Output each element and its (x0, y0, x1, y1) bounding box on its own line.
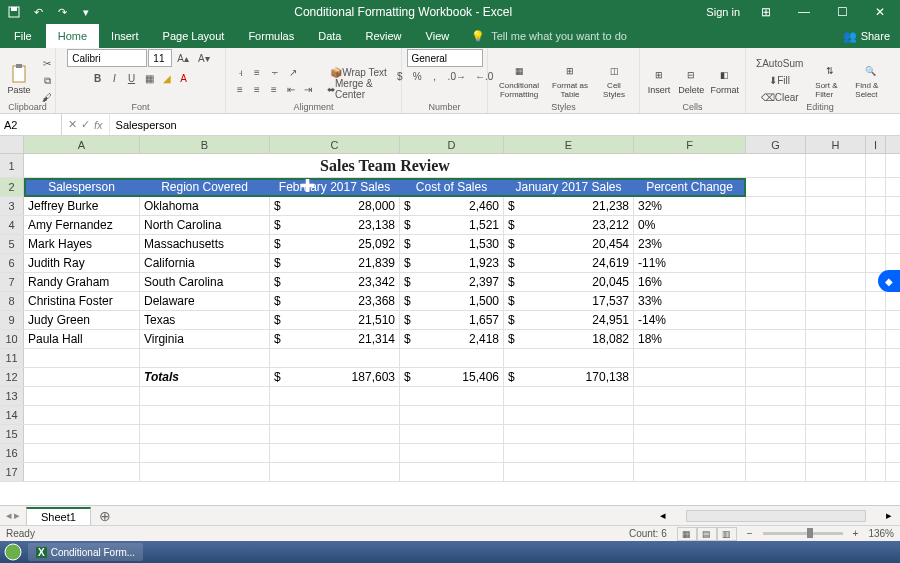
data-cell[interactable]: $21,238 (504, 197, 634, 215)
row-header[interactable]: 15 (0, 425, 24, 443)
data-cell[interactable]: Paula Hall (24, 330, 140, 348)
row-header[interactable]: 9 (0, 311, 24, 329)
start-button[interactable] (0, 541, 26, 563)
sort-filter-button[interactable]: ⇅Sort & Filter (811, 60, 849, 101)
header-cell[interactable]: January 2017 Sales (504, 178, 634, 196)
conditional-formatting-button[interactable]: ▦Conditional Formatting (492, 60, 546, 101)
share-button[interactable]: 👥 Share (833, 24, 900, 48)
tab-review[interactable]: Review (353, 24, 413, 48)
data-cell[interactable]: Delaware (140, 292, 270, 310)
align-center-button[interactable]: ≡ (249, 81, 265, 97)
data-cell[interactable]: Texas (140, 311, 270, 329)
autosum-button[interactable]: Σ AutoSum (752, 56, 807, 72)
align-right-button[interactable]: ≡ (266, 81, 282, 97)
data-cell[interactable]: $25,092 (270, 235, 400, 253)
tab-view[interactable]: View (414, 24, 462, 48)
data-cell[interactable]: $1,521 (400, 216, 504, 234)
increase-decimal-button[interactable]: .0→ (444, 68, 470, 84)
underline-button[interactable]: U (124, 70, 140, 86)
data-cell[interactable]: $23,138 (270, 216, 400, 234)
row-header[interactable]: 7 (0, 273, 24, 291)
row-header[interactable]: 8 (0, 292, 24, 310)
cell-title[interactable]: Sales Team Review (24, 154, 746, 177)
horizontal-scrollbar[interactable] (686, 510, 866, 522)
format-cells-button[interactable]: ◧Format (708, 64, 741, 97)
comma-format-button[interactable]: , (427, 68, 443, 84)
header-cell[interactable]: Region Covered (140, 178, 270, 196)
row-header[interactable]: 17 (0, 463, 24, 481)
data-cell[interactable]: $17,537 (504, 292, 634, 310)
zoom-level[interactable]: 136% (868, 528, 894, 539)
row-header[interactable]: 6 (0, 254, 24, 272)
data-cell[interactable]: $21,314 (270, 330, 400, 348)
data-cell[interactable]: $23,342 (270, 273, 400, 291)
font-color-button[interactable]: A (176, 70, 192, 86)
decrease-indent-button[interactable]: ⇤ (283, 81, 299, 97)
align-left-button[interactable]: ≡ (232, 81, 248, 97)
delete-cells-button[interactable]: ⊟Delete (676, 64, 706, 97)
data-cell[interactable]: $2,397 (400, 273, 504, 291)
data-cell[interactable]: 23% (634, 235, 746, 253)
data-cell[interactable]: $1,923 (400, 254, 504, 272)
tab-insert[interactable]: Insert (99, 24, 151, 48)
align-top-button[interactable]: ⫞ (232, 64, 248, 80)
sheet-nav-prev[interactable]: ◂ (6, 509, 12, 522)
row-header[interactable]: 16 (0, 444, 24, 462)
fx-icon[interactable]: fx (94, 119, 103, 131)
maximize-icon[interactable]: ☐ (830, 2, 854, 22)
data-cell[interactable]: $20,454 (504, 235, 634, 253)
data-cell[interactable]: $21,839 (270, 254, 400, 272)
align-middle-button[interactable]: ≡ (249, 64, 265, 80)
select-all-corner[interactable] (0, 136, 24, 153)
decrease-font-button[interactable]: A▾ (194, 50, 214, 66)
data-cell[interactable]: Randy Graham (24, 273, 140, 291)
data-cell[interactable]: 18% (634, 330, 746, 348)
worksheet-grid[interactable]: 1 Sales Team Review 2 Salesperson Region… (0, 154, 900, 482)
data-cell[interactable]: $20,045 (504, 273, 634, 291)
data-cell[interactable]: $21,510 (270, 311, 400, 329)
page-layout-view-button[interactable]: ▤ (697, 527, 717, 541)
redo-icon[interactable]: ↷ (54, 4, 70, 20)
save-icon[interactable] (6, 4, 22, 20)
data-cell[interactable]: -11% (634, 254, 746, 272)
data-cell[interactable]: Judy Green (24, 311, 140, 329)
fill-button[interactable]: ⬇ Fill (752, 73, 807, 89)
row-header[interactable]: 12 (0, 368, 24, 386)
header-cell[interactable]: Cost of Sales (400, 178, 504, 196)
align-bottom-button[interactable]: ⫟ (266, 64, 284, 80)
data-cell[interactable]: $1,657 (400, 311, 504, 329)
paste-button[interactable]: Paste (4, 64, 34, 97)
zoom-out-button[interactable]: − (747, 528, 753, 539)
page-break-view-button[interactable]: ▥ (717, 527, 737, 541)
number-format-select[interactable] (407, 49, 483, 67)
data-cell[interactable]: Massachusetts (140, 235, 270, 253)
tell-me-search[interactable]: 💡 Tell me what you want to do (461, 24, 637, 48)
data-cell[interactable]: $1,500 (400, 292, 504, 310)
data-cell[interactable]: Jeffrey Burke (24, 197, 140, 215)
close-icon[interactable]: ✕ (868, 2, 892, 22)
tab-file[interactable]: File (0, 24, 46, 48)
data-cell[interactable]: $23,368 (270, 292, 400, 310)
merge-center-button[interactable]: ⬌ Merge & Center (322, 81, 395, 97)
cut-button[interactable]: ✂ (38, 56, 56, 72)
sheet-nav-next[interactable]: ▸ (14, 509, 20, 522)
row-header[interactable]: 4 (0, 216, 24, 234)
data-cell[interactable]: $24,619 (504, 254, 634, 272)
row-header[interactable]: 10 (0, 330, 24, 348)
data-cell[interactable]: Christina Foster (24, 292, 140, 310)
tab-data[interactable]: Data (306, 24, 353, 48)
data-cell[interactable]: -14% (634, 311, 746, 329)
tab-home[interactable]: Home (46, 24, 99, 48)
add-sheet-button[interactable]: ⊕ (91, 508, 119, 524)
header-cell[interactable]: February 2017 Sales (270, 178, 400, 196)
signin-link[interactable]: Sign in (706, 6, 740, 18)
col-header-i[interactable]: I (866, 136, 886, 153)
col-header-g[interactable]: G (746, 136, 806, 153)
col-header-b[interactable]: B (140, 136, 270, 153)
row-header[interactable]: 5 (0, 235, 24, 253)
fill-color-button[interactable]: ◢ (159, 70, 175, 86)
header-cell[interactable]: Percent Change (634, 178, 746, 196)
border-button[interactable]: ▦ (141, 70, 158, 86)
scroll-left-icon[interactable]: ◂ (660, 509, 666, 522)
row-header[interactable]: 14 (0, 406, 24, 424)
